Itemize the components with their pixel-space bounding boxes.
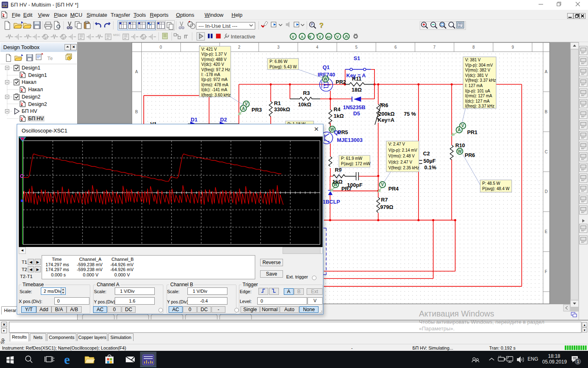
svg-text:P: 48.5 W: P: 48.5 W: [482, 181, 500, 186]
svg-text:1BCLP: 1BCLP: [323, 199, 340, 205]
svg-text:Interactive: Interactive: [231, 34, 255, 40]
svg-text:БП HV: БП HV: [22, 108, 38, 114]
svg-text:7: 7: [433, 45, 436, 49]
svg-text:Q1: Q1: [323, 64, 330, 70]
svg-text:MISC: MISC: [113, 34, 120, 36]
svg-text:I(p-p): 972 mA: I(p-p): 972 mA: [201, 77, 227, 82]
svg-text:IRF740: IRF740: [318, 72, 335, 78]
svg-text:1: 1: [577, 359, 579, 364]
svg-text:330kΩ: 330kΩ: [274, 106, 290, 112]
svg-text:A: A: [545, 70, 548, 74]
svg-text:V(p-p): 304 mV: V(p-p): 304 mV: [465, 63, 493, 67]
svg-text:W: W: [458, 149, 462, 154]
svg-text:Design1: Design1: [22, 65, 40, 71]
svg-text:V: V: [461, 123, 464, 128]
svg-text:6: 6: [394, 45, 397, 49]
svg-text:PR7: PR7: [341, 186, 352, 192]
svg-text:Te: Te: [47, 56, 53, 61]
svg-text:P(avg): 172 mW: P(avg): 172 mW: [341, 162, 371, 166]
svg-text:P(avg): 48.4 W: P(avg): 48.4 W: [482, 186, 510, 191]
svg-text:18Ω: 18Ω: [352, 87, 362, 93]
svg-text:10kΩ: 10kΩ: [298, 101, 311, 108]
svg-text:V: V: [292, 35, 294, 39]
svg-text:1kΩ: 1kΩ: [334, 113, 344, 119]
svg-text:5: 5: [355, 45, 358, 49]
svg-text:18:18: 18:18: [548, 353, 560, 359]
svg-text:Design2: Design2: [28, 101, 47, 107]
svg-text:D5: D5: [353, 110, 360, 117]
svg-text:V(freq): 97.2 Hz: V(freq): 97.2 Hz: [201, 67, 230, 72]
svg-text:Key = A: Key = A: [346, 72, 366, 79]
svg-text:MJE13003: MJE13003: [337, 137, 363, 143]
svg-text:200kΩ: 200kΩ: [379, 111, 394, 117]
svg-text:D2: D2: [220, 117, 227, 123]
svg-text:V(rms): 2.48 V: V(rms): 2.48 V: [388, 154, 415, 158]
svg-text:50µF: 50µF: [423, 158, 436, 164]
svg-text:979Ω: 979Ω: [380, 204, 393, 210]
svg-text:9: 9: [512, 45, 514, 49]
svg-text:I(rms): 478 mA: I(rms): 478 mA: [201, 83, 228, 87]
svg-text:V(freq): 3.37 kHz: V(freq): 3.37 kHz: [465, 78, 496, 83]
svg-text:V(dc): 420 V: V(dc): 420 V: [201, 62, 224, 67]
svg-text:I(p-p): 101 uA: I(p-p): 101 uA: [465, 89, 490, 93]
svg-text:A: A: [242, 106, 245, 111]
svg-text:PR4: PR4: [388, 186, 399, 192]
svg-text:e: e: [64, 352, 70, 367]
svg-text:Design2: Design2: [22, 94, 40, 100]
svg-text:R4: R4: [334, 106, 341, 112]
svg-text:I(freq): 3.37 kHz: I(freq): 3.37 kHz: [465, 104, 494, 108]
svg-text:V(rms): 488 V: V(rms): 488 V: [201, 57, 227, 62]
svg-text:2: 2: [238, 45, 241, 49]
svg-text:I(dc): -141 mA: I(dc): -141 mA: [201, 88, 227, 92]
svg-text:V: V: [336, 35, 339, 39]
svg-text:I: -178 mA: I: -178 mA: [201, 72, 220, 77]
svg-text:1N5235B: 1N5235B: [343, 104, 365, 110]
svg-text:C2: C2: [423, 150, 430, 157]
svg-text:C: C: [545, 150, 548, 154]
svg-text:V: V: [319, 35, 321, 39]
svg-text:V(dc): 2.47 V: V(dc): 2.47 V: [388, 160, 412, 164]
svg-text:S1: S1: [354, 55, 360, 61]
svg-text:Design1: Design1: [28, 72, 47, 78]
svg-text:R1: R1: [274, 100, 281, 106]
svg-text:0.1%: 0.1%: [424, 164, 437, 171]
svg-text:3: 3: [277, 45, 280, 49]
svg-text:V: V: [245, 102, 248, 106]
svg-text:I: 127 mA: I: 127 mA: [465, 83, 483, 88]
svg-text:?: ?: [319, 22, 323, 29]
svg-text:Накал: Накал: [22, 79, 36, 85]
svg-text:I(rms): 127 mA: I(rms): 127 mA: [465, 94, 492, 98]
svg-text:P: 6.86 W: P: 6.86 W: [270, 59, 287, 64]
svg-text:I(freq): 3.60 kHz: I(freq): 3.60 kHz: [201, 93, 231, 97]
svg-text:V(p-p): 2.14 mV: V(p-p): 2.14 mV: [388, 148, 417, 153]
svg-text:05.09.2019: 05.09.2019: [542, 359, 567, 365]
svg-text:I(dc): 127 mA: I(dc): 127 mA: [465, 99, 490, 103]
svg-text:D: D: [545, 189, 548, 194]
svg-text:Key=A: Key=A: [378, 117, 394, 123]
svg-text:R9: R9: [335, 167, 342, 173]
svg-text:8: 8: [472, 45, 475, 49]
svg-text:AV: AV: [327, 35, 331, 39]
svg-text:PR2: PR2: [336, 79, 346, 85]
svg-text:A: A: [458, 128, 461, 132]
svg-text:V: 421 V: V: 421 V: [201, 47, 217, 52]
svg-text:75 %: 75 %: [404, 111, 416, 117]
svg-text:R3: R3: [303, 90, 310, 96]
svg-text:V(p-p): 1.37 V: V(p-p): 1.37 V: [201, 52, 227, 56]
svg-text:PR3: PR3: [252, 107, 262, 113]
svg-text:V: 381 V: V: 381 V: [465, 58, 481, 62]
svg-text:--- In-Use List ---: --- In-Use List ---: [198, 23, 237, 29]
svg-text:P(avg): 5.43 W: P(avg): 5.43 W: [270, 65, 297, 69]
svg-text:ENG: ENG: [528, 356, 538, 362]
svg-text:4: 4: [316, 45, 318, 49]
svg-text:PR1: PR1: [467, 129, 477, 135]
svg-text:V: V: [381, 182, 384, 187]
svg-text:R6: R6: [381, 102, 388, 108]
svg-text:A: A: [135, 70, 138, 74]
svg-text:B: B: [545, 110, 548, 114]
svg-text:V: 2.47 V: V: 2.47 V: [388, 142, 405, 146]
svg-text:V(freq): 2.35 kHz: V(freq): 2.35 kHz: [388, 166, 419, 170]
svg-text:0: 0: [160, 45, 162, 49]
svg-text:PR6: PR6: [465, 152, 475, 158]
svg-text:P: P: [311, 22, 313, 27]
